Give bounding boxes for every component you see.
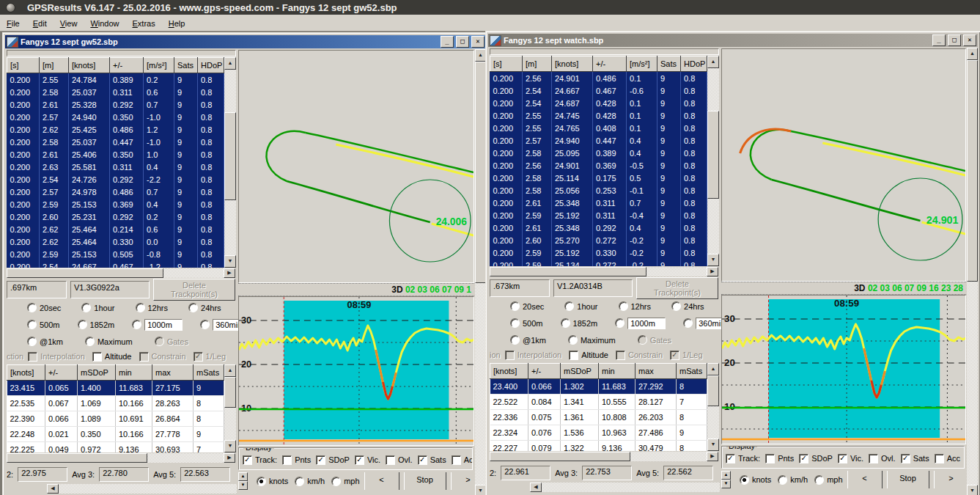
radio-circle[interactable] xyxy=(188,303,198,312)
radio-500m[interactable]: 500m xyxy=(27,320,60,329)
radio-kmh[interactable]: km/h xyxy=(295,477,325,486)
rcol-msats[interactable]: mSats xyxy=(677,364,707,379)
prev-button[interactable]: < xyxy=(847,471,883,488)
table-row[interactable]: 23.4150.0651.40011.68327.1759 xyxy=(7,381,224,396)
delete-trackpoints-button[interactable]: Delete Trackpoint(s) xyxy=(153,279,235,301)
radio-circle[interactable] xyxy=(814,475,824,485)
table-row[interactable]: 22.2480.0210.35010.16627.7789 xyxy=(7,427,224,442)
track-table-hscrollbar[interactable]: ▶ xyxy=(490,267,718,276)
scrollbar-thumb[interactable] xyxy=(490,452,630,461)
checkbox-altitude[interactable]: Altitude xyxy=(569,351,608,360)
radio-circle[interactable] xyxy=(27,303,37,312)
col-header-plusminus[interactable]: +/- xyxy=(110,58,144,73)
table-row[interactable]: 0.2002.5424.6670.467-1.290.8 xyxy=(7,260,224,268)
radio-circle[interactable] xyxy=(778,475,787,485)
radio-circle[interactable] xyxy=(740,475,749,485)
results-table-vscrollbar[interactable]: ▲ ▼ xyxy=(224,364,236,452)
scroll-right-icon[interactable]: ▶ xyxy=(224,268,235,278)
rcol-max[interactable]: max xyxy=(635,364,677,379)
col-header-s[interactable]: [s] xyxy=(7,58,40,73)
scrollbar-thumb[interactable] xyxy=(224,112,236,200)
scroll-left-icon[interactable]: ◀ xyxy=(530,483,542,492)
track-table-hscrollbar[interactable]: ▶ xyxy=(7,268,235,278)
radio-circle[interactable] xyxy=(671,301,681,311)
col-header-m[interactable]: [m] xyxy=(40,58,69,73)
checkbox-sats[interactable]: ✓Sats xyxy=(901,454,929,463)
checkbox-1leg[interactable]: ✓1/Leg xyxy=(194,352,226,362)
radio-circle[interactable] xyxy=(619,301,628,311)
scroll-down-icon[interactable]: ▼ xyxy=(475,485,486,495)
window-hscrollbar[interactable]: ◀ xyxy=(47,484,237,494)
radio-circle[interactable] xyxy=(568,335,578,345)
radio-circle[interactable] xyxy=(27,337,37,346)
scroll-down-icon[interactable]: ▼ xyxy=(707,254,719,266)
radio-1852m[interactable]: 1852m xyxy=(78,320,115,329)
radio-20sec[interactable]: 20sec xyxy=(27,303,61,312)
track-plot[interactable]: 24.006 xyxy=(238,50,474,283)
radio-circle[interactable] xyxy=(78,320,87,329)
radio-circle[interactable] xyxy=(564,301,574,311)
col-header-hdop[interactable]: HDoP xyxy=(681,56,707,72)
checkbox-constrain[interactable]: Constrain xyxy=(616,351,663,360)
rcol-knots[interactable]: [knots] xyxy=(7,365,45,381)
table-row[interactable]: 0.2002.5524.7450.4280.190.8 xyxy=(490,109,707,122)
child-titlebar[interactable]: Fangys 12 sept gw52.sbp _ □ ✕ xyxy=(5,35,486,48)
checkbox-altitude[interactable]: Altitude xyxy=(92,352,132,362)
radio-1hour[interactable]: 1hour xyxy=(81,303,114,312)
col-header-knots[interactable]: [knots] xyxy=(69,58,110,73)
rcol-min[interactable]: min xyxy=(116,365,152,381)
scroll-up-icon[interactable]: ▲ xyxy=(475,49,486,62)
radio-circle[interactable] xyxy=(683,318,693,328)
scroll-right-icon[interactable]: ▶ xyxy=(707,452,718,461)
track-table-vscrollbar[interactable]: ▲ ▼ xyxy=(224,57,236,268)
radio-24hrs[interactable]: 24hrs xyxy=(671,301,704,311)
rcol-msdop[interactable]: mSDoP xyxy=(78,365,116,381)
radio-mph[interactable]: mph xyxy=(814,475,842,485)
table-row[interactable]: 0.2002.6225.4250.4861.290.8 xyxy=(7,123,224,136)
table-row[interactable]: 0.2002.5624.9010.4860.190.8 xyxy=(490,72,707,85)
menu-window[interactable]: Window xyxy=(84,17,125,29)
top-scroll-strip[interactable] xyxy=(490,48,719,55)
table-row[interactable]: 0.2002.5925.1920.311-0.490.8 xyxy=(490,209,707,221)
menu-edit[interactable]: Edit xyxy=(26,17,54,29)
table-row[interactable]: 0.2002.5825.1140.1750.590.8 xyxy=(490,172,707,184)
col-header-s[interactable]: [s] xyxy=(490,56,523,72)
col-header-ms2[interactable]: [m/s²] xyxy=(627,56,657,72)
checkbox-box[interactable]: ✓ xyxy=(901,454,910,463)
checkbox-box[interactable]: ✓ xyxy=(243,455,252,465)
scrollbar-thumb[interactable] xyxy=(490,267,646,276)
table-row[interactable]: 22.5350.0671.06910.16628.2638 xyxy=(7,396,224,411)
radio-kmh[interactable]: km/h xyxy=(778,475,808,485)
checkbox-box[interactable]: ✓ xyxy=(838,454,847,463)
table-row[interactable]: 0.2002.6025.2700.272-0.290.8 xyxy=(490,234,707,246)
table-row[interactable]: 0.2002.6225.4640.3300.090.8 xyxy=(7,235,224,248)
radio-12hrs[interactable]: 12hrs xyxy=(136,303,169,312)
rcol-plusminus[interactable]: +/- xyxy=(528,364,561,379)
radio-knots[interactable]: knots xyxy=(257,477,288,486)
radio-1000m[interactable]: 1000m xyxy=(615,318,666,329)
radio-1km[interactable]: @1km xyxy=(510,335,546,345)
scrollbar-thumb[interactable] xyxy=(224,377,236,408)
checkbox-acc[interactable]: Acc xyxy=(935,454,960,463)
table-row[interactable]: 0.2002.5724.9780.4860.790.8 xyxy=(7,186,224,198)
rcol-msats[interactable]: mSats xyxy=(194,365,224,381)
checkbox-box[interactable] xyxy=(569,351,578,360)
table-row[interactable]: 22.3360.0751.36110.80826.2038 xyxy=(490,410,707,425)
checkbox-box[interactable]: ✓ xyxy=(799,454,808,463)
close-button[interactable]: ✕ xyxy=(963,34,976,46)
table-row[interactable]: 0.2002.5925.1920.330-0.290.8 xyxy=(490,246,707,259)
scroll-up-icon[interactable]: ▲ xyxy=(707,363,719,375)
checkbox-pnts[interactable]: Pnts xyxy=(282,455,311,465)
track-plot[interactable]: 24.901 xyxy=(721,48,966,282)
close-button[interactable]: ✕ xyxy=(471,36,485,48)
delete-trackpoints-button[interactable]: Delete Trackpoint(s) xyxy=(636,277,718,299)
scrollbar-thumb[interactable] xyxy=(475,62,486,283)
checkbox-box[interactable] xyxy=(869,454,878,463)
radio-circle[interactable] xyxy=(615,318,625,328)
checkbox-vic[interactable]: ✓Vic. xyxy=(838,454,863,463)
table-row[interactable]: 0.2002.6125.3480.2920.490.8 xyxy=(490,221,707,234)
radio-circle[interactable] xyxy=(132,320,141,329)
table-row[interactable]: 0.2002.5424.6670.467-0.690.8 xyxy=(490,84,707,97)
maximize-button[interactable]: □ xyxy=(948,34,961,46)
graph-vscrollbar[interactable]: ▲ ▼ xyxy=(475,49,486,495)
